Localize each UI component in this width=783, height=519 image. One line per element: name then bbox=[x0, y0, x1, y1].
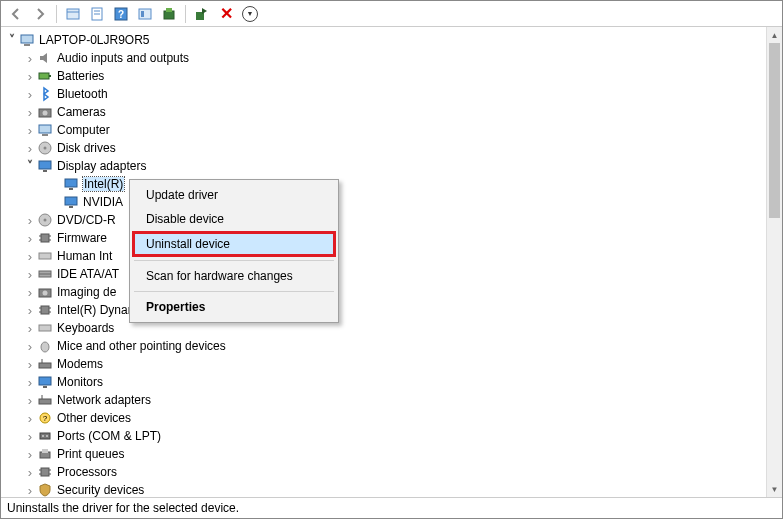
tree-node[interactable]: Human Int bbox=[1, 247, 766, 265]
svg-rect-35 bbox=[39, 253, 51, 259]
tree-node[interactable]: Monitors bbox=[1, 373, 766, 391]
tree-node-label: Keyboards bbox=[57, 321, 114, 335]
tree-node[interactable]: Batteries bbox=[1, 67, 766, 85]
tree-node[interactable]: Intel(R) bbox=[1, 175, 766, 193]
tree-node[interactable]: Disk drives bbox=[1, 139, 766, 157]
chevron-right-icon[interactable] bbox=[23, 105, 37, 119]
svg-rect-19 bbox=[42, 134, 48, 136]
tree-node-label: NVIDIA bbox=[83, 195, 123, 209]
tree-node[interactable]: LAPTOP-0LJR9OR5 bbox=[1, 31, 766, 49]
chevron-right-icon[interactable] bbox=[23, 429, 37, 443]
menu-item[interactable]: Properties bbox=[132, 295, 336, 319]
chevron-right-icon[interactable] bbox=[23, 141, 37, 155]
tree-node[interactable]: Computer bbox=[1, 121, 766, 139]
scan-button[interactable] bbox=[134, 3, 156, 25]
chevron-right-icon[interactable] bbox=[23, 375, 37, 389]
forward-button[interactable] bbox=[29, 3, 51, 25]
menu-item[interactable]: Uninstall device bbox=[135, 234, 333, 254]
tree-node[interactable]: Processors bbox=[1, 463, 766, 481]
chevron-down-icon[interactable] bbox=[5, 33, 19, 47]
tree-node-label: Intel(R) bbox=[83, 177, 124, 191]
chevron-right-icon[interactable] bbox=[23, 87, 37, 101]
tree-node-label: Monitors bbox=[57, 375, 103, 389]
enable-button[interactable] bbox=[239, 3, 261, 25]
tree-node[interactable]: Keyboards bbox=[1, 319, 766, 337]
tree-node-label: Modems bbox=[57, 357, 103, 371]
chevron-right-icon[interactable] bbox=[23, 357, 37, 371]
properties-button[interactable] bbox=[86, 3, 108, 25]
tree-node[interactable]: Mice and other pointing devices bbox=[1, 337, 766, 355]
menu-item[interactable]: Scan for hardware changes bbox=[132, 264, 336, 288]
chevron-right-icon[interactable] bbox=[23, 411, 37, 425]
tree-node-label: Imaging de bbox=[57, 285, 116, 299]
svg-rect-0 bbox=[67, 9, 79, 19]
tree-node-label: Human Int bbox=[57, 249, 112, 263]
tree-node[interactable]: IDE ATA/AT bbox=[1, 265, 766, 283]
chevron-right-icon[interactable] bbox=[23, 321, 37, 335]
chevron-right-icon[interactable] bbox=[23, 393, 37, 407]
svg-point-39 bbox=[43, 291, 48, 296]
chevron-right-icon[interactable] bbox=[23, 285, 37, 299]
tree-container: LAPTOP-0LJR9OR5Audio inputs and outputsB… bbox=[1, 27, 782, 498]
device-tree[interactable]: LAPTOP-0LJR9OR5Audio inputs and outputsB… bbox=[1, 27, 766, 497]
tree-node[interactable]: Firmware bbox=[1, 229, 766, 247]
x-icon: ✕ bbox=[220, 4, 233, 23]
tree-node[interactable]: DVD/CD-R bbox=[1, 211, 766, 229]
status-text: Uninstalls the driver for the selected d… bbox=[7, 501, 239, 515]
port-icon bbox=[37, 428, 53, 444]
tree-node[interactable]: Cameras bbox=[1, 103, 766, 121]
chevron-right-icon[interactable] bbox=[23, 123, 37, 137]
down-arrow-icon bbox=[242, 6, 258, 22]
chevron-right-icon[interactable] bbox=[23, 231, 37, 245]
tree-node[interactable]: Print queues bbox=[1, 445, 766, 463]
chevron-right-icon[interactable] bbox=[23, 69, 37, 83]
tree-node-label: Display adapters bbox=[57, 159, 146, 173]
vertical-scrollbar[interactable]: ▲ ▼ bbox=[766, 27, 782, 497]
chevron-right-icon[interactable] bbox=[23, 51, 37, 65]
tree-node[interactable]: Bluetooth bbox=[1, 85, 766, 103]
tree-node[interactable]: NVIDIA bbox=[1, 193, 766, 211]
menu-item[interactable]: Disable device bbox=[132, 207, 336, 231]
tree-node[interactable]: Network adapters bbox=[1, 391, 766, 409]
chevron-right-icon[interactable] bbox=[23, 249, 37, 263]
tree-node[interactable]: Display adapters bbox=[1, 157, 766, 175]
tree-node[interactable]: Imaging de bbox=[1, 283, 766, 301]
disable-button[interactable] bbox=[191, 3, 213, 25]
computer-icon bbox=[19, 32, 35, 48]
menu-item[interactable]: Update driver bbox=[132, 183, 336, 207]
scroll-up-arrow[interactable]: ▲ bbox=[767, 27, 782, 43]
ide-icon bbox=[37, 266, 53, 282]
optical-icon bbox=[37, 212, 53, 228]
scroll-thumb[interactable] bbox=[769, 43, 780, 218]
show-hidden-button[interactable] bbox=[62, 3, 84, 25]
monitor-icon bbox=[37, 374, 53, 390]
update-driver-button[interactable] bbox=[158, 3, 180, 25]
tree-node[interactable]: Security devices bbox=[1, 481, 766, 497]
chevron-right-icon[interactable] bbox=[23, 267, 37, 281]
tree-node[interactable]: ?Other devices bbox=[1, 409, 766, 427]
chevron-right-icon[interactable] bbox=[23, 339, 37, 353]
help-button[interactable]: ? bbox=[110, 3, 132, 25]
tree-node-label: Mice and other pointing devices bbox=[57, 339, 226, 353]
tree-node-label: DVD/CD-R bbox=[57, 213, 116, 227]
tree-node[interactable]: Intel(R) Dynamic Platform and Thermal Fr… bbox=[1, 301, 766, 319]
chevron-right-icon[interactable] bbox=[23, 483, 37, 497]
svg-rect-12 bbox=[21, 35, 33, 43]
tree-node[interactable]: Modems bbox=[1, 355, 766, 373]
modem-icon bbox=[37, 356, 53, 372]
scroll-down-arrow[interactable]: ▼ bbox=[767, 481, 782, 497]
chevron-right-icon[interactable] bbox=[23, 447, 37, 461]
chevron-down-icon[interactable] bbox=[23, 159, 37, 173]
svg-rect-50 bbox=[43, 386, 47, 388]
scroll-track[interactable] bbox=[767, 43, 782, 481]
chevron-right-icon[interactable] bbox=[23, 303, 37, 317]
tree-node[interactable]: Ports (COM & LPT) bbox=[1, 427, 766, 445]
chevron-right-icon[interactable] bbox=[23, 465, 37, 479]
tree-node-label: Processors bbox=[57, 465, 117, 479]
tree-node-label: Batteries bbox=[57, 69, 104, 83]
back-button[interactable] bbox=[5, 3, 27, 25]
chevron-right-icon[interactable] bbox=[23, 213, 37, 227]
uninstall-button[interactable]: ✕ bbox=[215, 3, 237, 25]
tree-node[interactable]: Audio inputs and outputs bbox=[1, 49, 766, 67]
display-icon bbox=[63, 176, 79, 192]
